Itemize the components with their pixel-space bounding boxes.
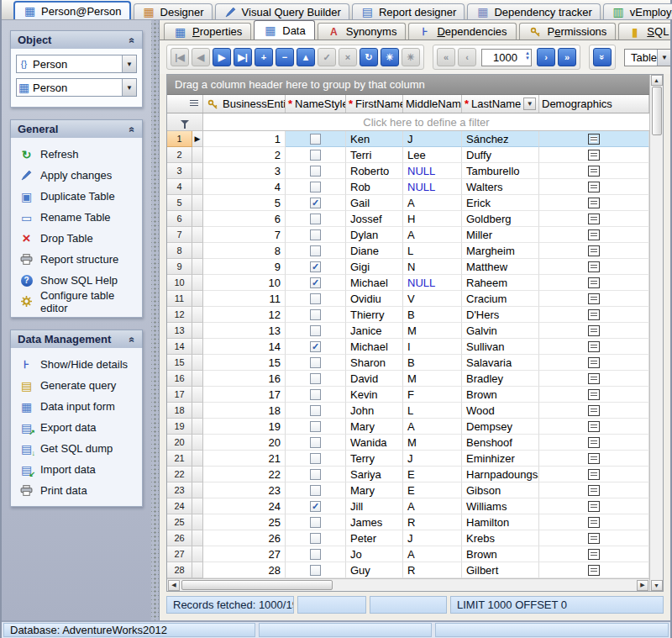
cell-lastname[interactable]: Erick — [462, 195, 539, 211]
sidebar-item-apply-changes[interactable]: Apply changes — [16, 165, 137, 186]
table-row[interactable]: 1616DavidMBradley — [167, 371, 649, 387]
prior-page-button[interactable]: ‹ — [458, 48, 476, 66]
cell-namestyle[interactable] — [286, 467, 346, 482]
cell-middlename[interactable]: NULL — [403, 179, 462, 195]
cell-firstname[interactable]: Jo — [346, 546, 403, 562]
blob-document-icon[interactable] — [588, 357, 600, 368]
cell-namestyle[interactable] — [286, 546, 346, 562]
cell-middlename[interactable]: M — [403, 435, 462, 451]
cell-demographics[interactable] — [539, 562, 649, 578]
cell-firstname[interactable]: Guy — [346, 562, 403, 578]
sidebar-item-configure-table-editor[interactable]: Configure table editor — [16, 291, 137, 312]
cell-middlename[interactable]: NULL — [403, 275, 462, 291]
insert-record-button[interactable]: + — [255, 48, 273, 66]
blob-document-icon[interactable] — [588, 245, 600, 256]
checkbox-icon[interactable] — [310, 166, 321, 177]
cell-firstname[interactable]: Thierry — [346, 307, 403, 323]
chevron-down-icon[interactable]: ▼ — [122, 55, 136, 72]
sidebar-item-get-sql-dump[interactable]: ▤↓Get SQL dump — [16, 438, 137, 459]
row-number-cell[interactable]: 3 — [167, 163, 192, 179]
cell-lastname[interactable]: Brown — [462, 387, 539, 403]
column-header-lastname[interactable]: *LastName▼ — [462, 95, 539, 113]
cell-middlename[interactable]: E — [403, 482, 462, 498]
cell-lastname[interactable]: Walters — [462, 179, 539, 195]
blob-document-icon[interactable] — [588, 134, 600, 145]
cell-firstname[interactable]: Roberto — [346, 163, 403, 179]
table-row[interactable]: 99✓GigiNMatthew — [167, 259, 649, 275]
column-header-demographics[interactable]: Demographics — [539, 95, 649, 113]
cell-businessentityid[interactable]: 7 — [203, 227, 286, 243]
cell-middlename[interactable]: L — [403, 403, 462, 419]
cell-lastname[interactable]: Salavaria — [462, 355, 539, 371]
cell-namestyle[interactable] — [286, 419, 346, 435]
cell-firstname[interactable]: Michael — [346, 339, 403, 355]
record-count-input[interactable] — [481, 49, 532, 66]
cell-demographics[interactable] — [539, 387, 649, 403]
row-number-cell[interactable]: 21 — [167, 451, 192, 467]
cell-firstname[interactable]: Jill — [346, 498, 403, 514]
table-row[interactable]: 33RobertoNULLTamburello — [167, 163, 649, 179]
cell-demographics[interactable] — [539, 179, 649, 195]
cell-middlename[interactable]: J — [403, 131, 462, 147]
cell-namestyle[interactable]: ✓ — [286, 498, 346, 514]
cell-businessentityid[interactable]: 13 — [203, 323, 286, 339]
blob-document-icon[interactable] — [588, 182, 600, 192]
spin-down-icon[interactable]: ▼ — [525, 55, 530, 61]
cell-middlename[interactable]: A — [403, 498, 462, 514]
cell-middlename[interactable]: F — [403, 387, 462, 403]
table-row[interactable]: 55✓GailAErick — [167, 195, 649, 211]
sidebar-item-report-structure[interactable]: Report structure — [16, 249, 137, 270]
row-number-cell[interactable]: 16 — [167, 371, 192, 387]
cell-businessentityid[interactable]: 19 — [203, 419, 286, 435]
blob-document-icon[interactable] — [588, 533, 600, 544]
tab-person-person[interactable]: ▦Person@Person — [13, 1, 131, 19]
checkbox-icon[interactable] — [310, 549, 321, 560]
table-row[interactable]: 2222SariyaEHarnpadoungsataya — [167, 467, 649, 482]
cell-firstname[interactable]: Rob — [346, 179, 403, 195]
cell-demographics[interactable] — [539, 419, 649, 435]
cell-middlename[interactable]: N — [403, 259, 462, 275]
blob-document-icon[interactable] — [588, 166, 600, 177]
table-row[interactable]: 1414✓MichaelISullivan — [167, 339, 649, 355]
tab-visual-query-builder[interactable]: Visual Query Builder — [215, 3, 349, 19]
row-number-cell[interactable]: 23 — [167, 482, 192, 498]
table-row[interactable]: 22TerriLeeDuffy — [167, 147, 649, 163]
blob-document-icon[interactable] — [588, 277, 600, 288]
blob-document-icon[interactable] — [588, 549, 600, 560]
row-number-cell[interactable]: 9 — [167, 259, 192, 275]
cell-businessentityid[interactable]: 21 — [203, 451, 286, 467]
row-number-cell[interactable]: 20 — [167, 435, 192, 451]
object-panel-header[interactable]: Object « — [10, 30, 143, 49]
cell-businessentityid[interactable]: 2 — [203, 147, 286, 163]
cell-namestyle[interactable] — [286, 435, 346, 451]
cell-demographics[interactable] — [539, 498, 649, 514]
cell-demographics[interactable] — [539, 467, 649, 482]
row-number-cell[interactable]: 14 — [167, 339, 192, 355]
star-button[interactable]: ☀ — [381, 48, 399, 66]
cell-businessentityid[interactable]: 9 — [203, 259, 286, 275]
record-count-spinner[interactable]: ▲▼ — [525, 50, 530, 61]
table-row[interactable]: 2525JamesRHamilton — [167, 514, 649, 530]
checkbox-icon[interactable] — [310, 485, 321, 496]
blob-document-icon[interactable] — [588, 214, 600, 224]
blob-document-icon[interactable] — [588, 261, 600, 272]
row-number-cell[interactable]: 2 — [167, 147, 192, 163]
post-edit-button[interactable]: ✓ — [318, 48, 336, 66]
blob-document-icon[interactable] — [588, 469, 600, 480]
cell-demographics[interactable] — [539, 355, 649, 371]
cell-middlename[interactable]: M — [403, 323, 462, 339]
cell-namestyle[interactable] — [286, 211, 346, 227]
cell-demographics[interactable] — [539, 371, 649, 387]
cell-firstname[interactable]: Mary — [346, 482, 403, 498]
column-header-businessentityid[interactable]: BusinessEntityID▼ — [203, 95, 286, 113]
cell-lastname[interactable]: Tamburello — [462, 163, 539, 179]
cell-middlename[interactable]: A — [403, 227, 462, 243]
sidebar-item-rename-table[interactable]: ▭Rename Table — [16, 207, 137, 228]
sidebar-item-export-data[interactable]: ▤↗Export data — [16, 417, 137, 438]
first-record-button[interactable]: |◀ — [171, 48, 189, 66]
row-number-cell[interactable]: 17 — [167, 387, 192, 403]
table-row[interactable]: 44RobNULLWalters — [167, 179, 649, 195]
cell-middlename[interactable]: A — [403, 419, 462, 435]
row-number-cell[interactable]: 26 — [167, 530, 192, 546]
cell-demographics[interactable] — [539, 243, 649, 259]
